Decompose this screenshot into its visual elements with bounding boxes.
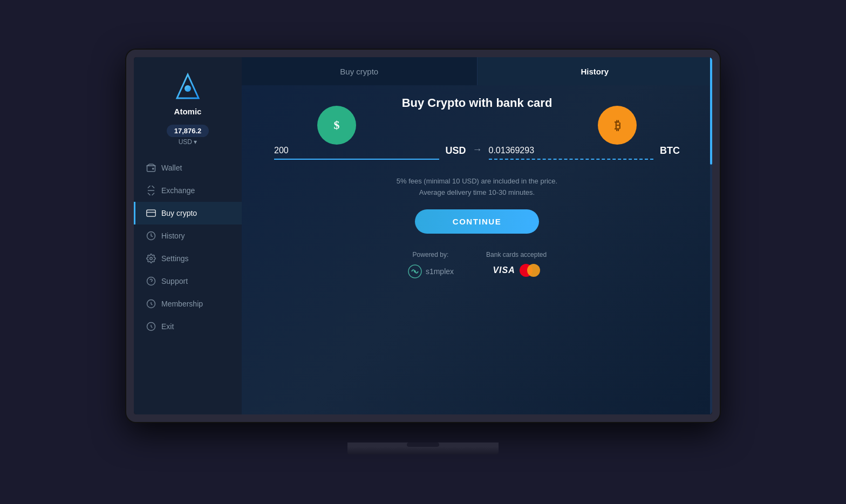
powered-by-label: Powered by: bbox=[413, 251, 449, 258]
footer-section: Powered by: s1mplex Ban bbox=[407, 251, 547, 279]
svg-rect-3 bbox=[147, 210, 156, 216]
logo-container: Atomic bbox=[170, 70, 205, 116]
continue-button[interactable]: CONTINUE bbox=[415, 209, 539, 234]
delivery-text: Average delivery time 10-30 minutes. bbox=[397, 188, 557, 196]
visa-label: VISA bbox=[493, 265, 515, 275]
sidebar-item-history-label: History bbox=[161, 231, 185, 240]
simplex-icon bbox=[407, 264, 422, 279]
sidebar-item-exchange[interactable]: Exchange bbox=[134, 179, 242, 202]
wallet-icon bbox=[146, 163, 156, 173]
sidebar-item-buy-crypto-label: Buy crypto bbox=[161, 209, 197, 217]
svg-point-2 bbox=[153, 168, 154, 169]
history-icon bbox=[146, 231, 156, 241]
mc-right-circle bbox=[527, 264, 540, 277]
simplex-logo: s1mplex bbox=[407, 264, 454, 279]
page-title: Buy Crypto with bank card bbox=[402, 96, 552, 110]
laptop-notch bbox=[407, 442, 439, 447]
exchange-row: USD → BTC bbox=[274, 142, 680, 160]
laptop-frame: Atomic 17,876.2 USD Wallet bbox=[126, 50, 720, 454]
info-section: 5% fees (minimal 10 USD) are included in… bbox=[397, 177, 557, 196]
simplex-name: s1mplex bbox=[426, 267, 454, 276]
svg-text:$: $ bbox=[334, 118, 340, 132]
balance-badge: 17,876.2 bbox=[167, 125, 209, 137]
app-name: Atomic bbox=[174, 107, 202, 116]
screen-content: Atomic 17,876.2 USD Wallet bbox=[134, 57, 712, 414]
cards-col: Bank cards accepted VISA bbox=[486, 251, 547, 277]
buy-crypto-icon bbox=[146, 208, 156, 218]
to-amount-input[interactable] bbox=[489, 142, 654, 160]
btc-icon-container: ₿ bbox=[598, 106, 637, 145]
sidebar-item-settings[interactable]: Settings bbox=[134, 247, 242, 270]
sidebar-item-membership[interactable]: Membership bbox=[134, 292, 242, 315]
from-amount-input[interactable] bbox=[274, 142, 439, 160]
sidebar-item-exit-label: Exit bbox=[161, 322, 174, 331]
sidebar-item-exit[interactable]: Exit bbox=[134, 315, 242, 338]
from-input-group bbox=[274, 142, 439, 160]
sidebar-item-support[interactable]: Support bbox=[134, 270, 242, 292]
svg-point-15 bbox=[414, 270, 416, 273]
sidebar-item-wallet[interactable]: Wallet bbox=[134, 156, 242, 179]
from-currency-label: USD bbox=[446, 145, 466, 160]
to-currency-label: BTC bbox=[660, 145, 680, 160]
exchange-icon bbox=[146, 186, 156, 195]
svg-text:₿: ₿ bbox=[615, 119, 620, 132]
screen-bezel: Atomic 17,876.2 USD Wallet bbox=[126, 50, 720, 422]
card-logos: VISA bbox=[493, 264, 540, 277]
sidebar-item-settings-label: Settings bbox=[161, 254, 189, 263]
laptop-bottom bbox=[347, 442, 499, 454]
membership-icon bbox=[146, 299, 156, 309]
content-area: Buy Crypto with bank card $ bbox=[242, 85, 712, 414]
currency-selector[interactable]: USD bbox=[179, 138, 197, 146]
main-content: Buy crypto History Buy Crypto with bank … bbox=[242, 57, 712, 414]
powered-by-col: Powered by: s1mplex bbox=[407, 251, 454, 279]
settings-icon bbox=[146, 254, 156, 263]
to-input-group bbox=[489, 142, 654, 160]
sidebar-item-membership-label: Membership bbox=[161, 299, 203, 308]
tabs-header: Buy crypto History bbox=[242, 57, 712, 85]
cards-label: Bank cards accepted bbox=[486, 251, 547, 258]
support-icon bbox=[146, 276, 156, 286]
tab-history[interactable]: History bbox=[477, 57, 713, 85]
sidebar-item-support-label: Support bbox=[161, 277, 188, 285]
laptop-base bbox=[347, 447, 499, 454]
scrollbar[interactable] bbox=[710, 57, 712, 414]
scrollbar-thumb bbox=[710, 57, 712, 165]
svg-point-0 bbox=[185, 85, 191, 92]
sidebar-item-exchange-label: Exchange bbox=[161, 186, 195, 195]
nav-menu: Wallet Exchange bbox=[134, 156, 242, 338]
usd-icon-container: $ bbox=[317, 106, 356, 145]
sidebar-item-buy-crypto[interactable]: Buy crypto bbox=[134, 202, 242, 224]
svg-point-5 bbox=[150, 257, 153, 260]
mastercard-logo bbox=[520, 264, 540, 277]
exit-icon bbox=[146, 322, 156, 331]
sidebar-item-wallet-label: Wallet bbox=[161, 164, 182, 172]
btc-circle: ₿ bbox=[598, 106, 637, 145]
sidebar-item-history[interactable]: History bbox=[134, 224, 242, 247]
fee-text: 5% fees (minimal 10 USD) are included in… bbox=[397, 177, 557, 185]
atomic-logo-icon bbox=[170, 70, 205, 105]
sidebar: Atomic 17,876.2 USD Wallet bbox=[134, 57, 242, 414]
tab-buy-crypto[interactable]: Buy crypto bbox=[242, 57, 477, 85]
arrow-icon: → bbox=[473, 144, 482, 160]
svg-line-11 bbox=[151, 326, 152, 328]
usd-circle: $ bbox=[317, 106, 356, 145]
